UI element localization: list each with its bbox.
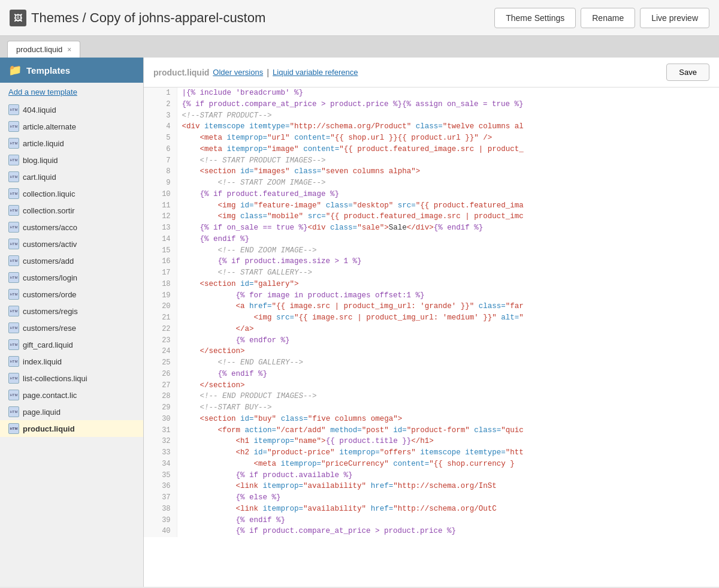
table-row: 15 <!-- END ZOOM IMAGE--> [144,245,719,257]
sidebar-header: 📁 Templates [0,58,143,83]
rename-button[interactable]: Rename [581,8,635,28]
sidebar-item-label: collection.sortir [23,206,75,215]
tab-label: product.liquid [16,45,62,54]
sidebar-item-customers-reg[interactable]: HTM customers/regis [0,303,143,319]
table-row: 39 {% endif %} [144,515,719,526]
sidebar-item-label: customers/rese [23,324,76,333]
file-icon: HTM [8,339,19,350]
table-row: 27 </section> [144,380,719,391]
folder-icon: 📁 [8,64,22,77]
liquid-variable-link[interactable]: Liquid variable reference [273,68,358,77]
table-row: 25 <!-- END GALLERY--> [144,357,719,369]
sidebar-item-customers-acc[interactable]: HTM customers/acco [0,219,143,236]
sidebar-item-label: list-collections.liqui [23,374,87,383]
file-icon: HTM [8,255,19,266]
editor-filename: product.liquid [153,68,209,77]
table-row: 32 <h1 itemprop="name">{{ product.title … [144,436,719,447]
sidebar-item-customers-add[interactable]: HTM customers/add [0,252,143,269]
themes-icon: 🖼 [10,10,26,26]
table-row: 13 {% if on_sale == true %}<div class="s… [144,222,719,234]
separator: | [267,68,269,77]
sidebar: 📁 Templates Add a new template HTM 404.l… [0,58,144,587]
save-button[interactable]: Save [666,64,709,81]
live-preview-button[interactable]: Live preview [640,8,709,28]
sidebar-item-label: customers/regis [23,307,78,316]
header: 🖼 Themes / Copy of johns-apparel-custom … [0,0,719,36]
sidebar-item-blog[interactable]: HTM blog.liquid [0,152,143,168]
table-row: 26 {% endif %} [144,369,719,380]
sidebar-item-collection-sort[interactable]: HTM collection.sortir [0,202,143,219]
table-row: 3 <!--START PRODUCT--> [144,110,719,122]
table-row: 10 {% if product.featured_image %} [144,189,719,200]
sidebar-item-article[interactable]: HTM article.liquid [0,135,143,152]
table-row: 9 <!-- START ZOOM IMAGE--> [144,177,719,189]
table-row: 36 <link itemprop="availability" href="h… [144,481,719,492]
sidebar-item-label: blog.liquid [23,156,58,165]
editor-toolbar-left: product.liquid Older versions | Liquid v… [153,68,358,77]
table-row: 40 {% if product.compare_at_price > prod… [144,526,719,537]
table-row: 23 {% endfor %} [144,335,719,346]
sidebar-item-404[interactable]: HTM 404.liquid [0,101,143,118]
file-icon: HTM [8,423,19,434]
table-row: 38 <link itemprop="availability" href="h… [144,503,719,515]
main-layout: 📁 Templates Add a new template HTM 404.l… [0,58,719,587]
sidebar-item-label: page.liquid [23,408,61,417]
table-row: 14 {% endif %} [144,234,719,245]
file-icon: HTM [8,356,19,367]
sidebar-item-cart[interactable]: HTM cart.liquid [0,168,143,185]
sidebar-item-product[interactable]: HTM product.liquid [0,420,143,437]
table-row: 30 <section id="buy" class="five columns… [144,414,719,425]
table-row: 6 <meta itemprop="image" content="{{ pro… [144,144,719,155]
sidebar-item-label: index.liquid [23,357,62,366]
table-row: 22 </a> [144,324,719,335]
sidebar-item-page-contact[interactable]: HTM page.contact.lic [0,387,143,403]
sidebar-item-label: customers/login [23,273,77,282]
sidebar-item-label: product.liquid [23,424,75,433]
sidebar-item-customers-log[interactable]: HTM customers/login [0,269,143,286]
table-row: 31 <form action="/cart/add" method="post… [144,425,719,436]
file-icon: HTM [8,188,19,199]
editor-toolbar: product.liquid Older versions | Liquid v… [144,58,719,88]
file-icon: HTM [8,222,19,233]
sidebar-item-label: cart.liquid [23,173,56,182]
sidebar-item-label: customers/add [23,257,74,266]
sidebar-item-customers-res[interactable]: HTM customers/rese [0,319,143,336]
editor-area: product.liquid Older versions | Liquid v… [144,58,719,587]
sidebar-item-label: gift_card.liquid [23,340,73,349]
sidebar-item-label: collection.liquic [23,189,75,198]
sidebar-item-customers-act[interactable]: HTM customers/activ [0,236,143,252]
sidebar-item-article-alt[interactable]: HTM article.alternate [0,118,143,135]
tab-close-button[interactable]: × [67,46,71,54]
table-row: 29 <!--START BUY--> [144,402,719,414]
header-actions: Theme Settings Rename Live preview [494,8,709,28]
page-title: Themes / Copy of johns-apparel-custom [31,10,265,26]
table-row: 33 <h2 id="product-price" itemprop="offe… [144,447,719,459]
code-editor[interactable]: 1 |{% include 'breadcrumb' %} 2 {% if pr… [144,88,719,587]
theme-settings-button[interactable]: Theme Settings [494,8,576,28]
table-row: 1 |{% include 'breadcrumb' %} [144,88,719,99]
file-icon: HTM [8,373,19,384]
sidebar-item-label: article.alternate [23,122,76,131]
table-row: 21 <img src="{{ image.src | product_img_… [144,312,719,324]
older-versions-link[interactable]: Older versions [213,68,263,77]
sidebar-item-page[interactable]: HTM page.liquid [0,403,143,420]
sidebar-item-label: 404.liquid [23,105,56,114]
table-row: 24 </section> [144,346,719,357]
table-row: 8 <section id="images" class="seven colu… [144,166,719,177]
sidebar-item-collection[interactable]: HTM collection.liquic [0,185,143,202]
sidebar-item-list-collections[interactable]: HTM list-collections.liqui [0,370,143,387]
sidebar-item-index[interactable]: HTM index.liquid [0,353,143,370]
file-icon: HTM [8,205,19,216]
sidebar-item-customers-ord[interactable]: HTM customers/orde [0,286,143,303]
sidebar-item-gift-card[interactable]: HTM gift_card.liquid [0,336,143,353]
product-liquid-tab[interactable]: product.liquid × [7,41,80,58]
table-row: 18 <section id="gallery"> [144,279,719,290]
file-icon: HTM [8,306,19,316]
file-icon: HTM [8,138,19,149]
add-template-link[interactable]: Add a new template [0,83,143,101]
sidebar-item-label: article.liquid [23,139,64,148]
sidebar-item-label: page.contact.lic [23,391,77,400]
sidebar-title: Templates [26,65,70,76]
table-row: 19 {% for image in product.images offset… [144,290,719,301]
table-row: 2 {% if product.compare_at_price > produ… [144,99,719,110]
